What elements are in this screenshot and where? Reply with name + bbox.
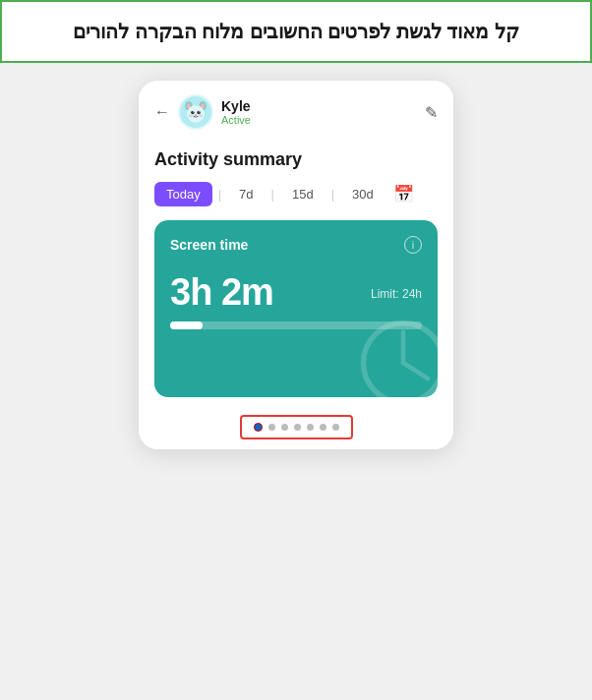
info-icon[interactable]: i	[404, 236, 422, 254]
svg-point-10	[195, 114, 198, 116]
avatar	[178, 94, 213, 130]
banner-text: קל מאוד לגשת לפרטים החשובים מלוח הבקרה ל…	[73, 21, 519, 42]
user-name: Kyle	[221, 98, 251, 115]
dot-7[interactable]	[332, 424, 339, 431]
svg-point-8	[193, 111, 194, 112]
tab-today[interactable]: Today	[154, 182, 212, 206]
phone-header: ←	[139, 81, 453, 138]
tab-15d[interactable]: 15d	[280, 182, 326, 206]
top-banner: קל מאוד לגשת לפרטים החשובים מלוח הבקרה ל…	[0, 0, 592, 63]
tab-30d[interactable]: 30d	[340, 182, 385, 206]
divider-3: |	[331, 187, 334, 202]
header-left: ←	[154, 94, 251, 130]
svg-line-17	[403, 363, 428, 379]
dot-5[interactable]	[307, 424, 314, 431]
edit-button[interactable]: ✎	[425, 103, 438, 122]
dots-section	[139, 405, 453, 449]
activity-title: Activity summary	[154, 149, 438, 170]
clock-decoration	[359, 319, 438, 397]
calendar-icon[interactable]: 📅	[393, 184, 414, 204]
progress-bar-fill	[170, 321, 203, 329]
svg-point-9	[199, 111, 200, 112]
svg-point-5	[187, 105, 205, 123]
screen-time-card: Screen time i 3h 2m Limit: 24h	[154, 220, 438, 397]
user-status: Active	[221, 114, 251, 126]
activity-section: Activity summary Today | 7d | 15d | 30d …	[139, 138, 453, 405]
dot-1[interactable]	[254, 423, 263, 432]
user-info: Kyle Active	[221, 98, 251, 127]
back-button[interactable]: ←	[154, 103, 170, 121]
card-header: Screen time i	[170, 236, 422, 254]
svg-point-7	[197, 111, 201, 115]
avatar-image	[180, 96, 211, 128]
divider-1: |	[218, 187, 221, 202]
dot-3[interactable]	[281, 424, 288, 431]
tabs-row: Today | 7d | 15d | 30d 📅	[154, 182, 438, 206]
card-title: Screen time	[170, 237, 248, 253]
dot-2[interactable]	[268, 424, 275, 431]
svg-point-15	[364, 323, 439, 398]
dots-container	[240, 415, 353, 439]
tab-7d[interactable]: 7d	[227, 182, 265, 206]
svg-point-6	[191, 111, 195, 115]
limit-text: Limit: 24h	[371, 287, 422, 301]
divider-2: |	[271, 187, 274, 202]
phone-frame: ←	[139, 81, 453, 449]
dot-4[interactable]	[294, 424, 301, 431]
dot-6[interactable]	[320, 424, 326, 431]
